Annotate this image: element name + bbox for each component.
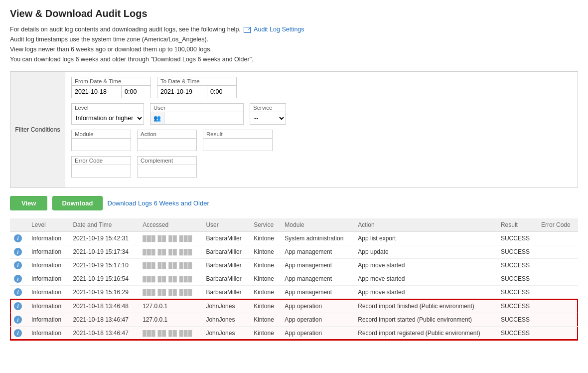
cell-user: BarbaraMiller — [202, 272, 250, 286]
cell-result: SUCCESS — [497, 299, 537, 313]
cell-accessed: ███ ██ ██ ███ — [139, 327, 202, 341]
action-label: Action — [137, 130, 197, 138]
from-time-input[interactable] — [121, 85, 151, 98]
cell-action: Record import started (Public environmen… — [354, 313, 497, 327]
cell-action: Record import registered (Public environ… — [354, 327, 497, 341]
table-row: iInformation2021-10-19 15:17:34███ ██ ██… — [10, 245, 578, 259]
cell-datetime: 2021-10-19 15:42:31 — [69, 232, 139, 245]
error-code-group: Error Code — [71, 156, 131, 178]
cell-error-code — [537, 272, 578, 286]
info-icon[interactable]: i — [14, 316, 22, 324]
cell-action: Record import finished (Public environme… — [354, 299, 497, 313]
action-buttons-row: View Download Download Logs 6 Weeks and … — [10, 196, 578, 210]
complement-label: Complement — [137, 156, 197, 165]
cell-datetime: 2021-10-18 13:46:47 — [69, 313, 139, 327]
module-group: Module — [71, 130, 131, 151]
cell-action: App move started — [354, 286, 497, 300]
level-select[interactable]: Information or higher Warning or higher … — [71, 112, 144, 125]
cell-user: BarbaraMiller — [202, 286, 250, 300]
cell-user: JohnJones — [202, 299, 250, 313]
cell-datetime: 2021-10-19 15:16:54 — [69, 272, 139, 286]
cell-accessed: ███ ██ ██ ███ — [139, 286, 202, 300]
module-action-result-row: Module Action Result — [71, 130, 572, 151]
service-select[interactable]: -- Kintone Other — [250, 112, 286, 125]
cell-level: Information — [27, 245, 69, 259]
cell-module: App operation — [281, 299, 354, 313]
action-group: Action — [137, 130, 197, 151]
cell-service: Kintone — [250, 272, 281, 286]
cell-service: Kintone — [250, 299, 281, 313]
info-icon[interactable]: i — [14, 261, 22, 269]
col-service: Service — [250, 218, 281, 232]
cell-accessed: ███ ██ ██ ███ — [139, 245, 202, 259]
cell-icon: i — [10, 259, 27, 272]
cell-accessed: ███ ██ ██ ███ — [139, 272, 202, 286]
cell-accessed: 127.0.0.1 — [139, 313, 202, 327]
info-icon[interactable]: i — [14, 288, 22, 296]
from-date-input[interactable] — [71, 85, 121, 98]
cell-error-code — [537, 245, 578, 259]
cell-module: App management — [281, 272, 354, 286]
cell-error-code — [537, 327, 578, 341]
download-older-link[interactable]: Download Logs 6 Weeks and Older — [108, 199, 209, 207]
user-group: User 👥 — [150, 103, 244, 125]
info-icon[interactable]: i — [14, 248, 22, 256]
col-icon — [10, 218, 27, 232]
cell-result: SUCCESS — [497, 286, 537, 300]
user-picker-button[interactable]: 👥 — [150, 112, 164, 125]
col-error-code: Error Code — [537, 218, 578, 232]
cell-error-code — [537, 232, 578, 245]
table-row: iInformation2021-10-18 13:46:48127.0.0.1… — [10, 299, 578, 313]
audit-log-table: Level Date and Time Accessed User Servic… — [10, 218, 578, 341]
cell-datetime: 2021-10-19 15:17:10 — [69, 259, 139, 272]
cell-service: Kintone — [250, 286, 281, 300]
col-result: Result — [497, 218, 537, 232]
info-icon[interactable]: i — [14, 234, 22, 242]
cell-level: Information — [27, 299, 69, 313]
cell-datetime: 2021-10-19 15:17:34 — [69, 245, 139, 259]
view-button[interactable]: View — [10, 196, 47, 210]
info-icon[interactable]: i — [14, 275, 22, 283]
error-code-input[interactable] — [71, 165, 131, 178]
cell-error-code — [537, 299, 578, 313]
cell-error-code — [537, 313, 578, 327]
result-group: Result — [203, 130, 273, 151]
col-accessed: Accessed — [139, 218, 202, 232]
info-icon[interactable]: i — [14, 302, 22, 310]
col-datetime: Date and Time — [69, 218, 139, 232]
cell-accessed: ███ ██ ██ ███ — [139, 259, 202, 272]
cell-level: Information — [27, 232, 69, 245]
download-button[interactable]: Download — [52, 196, 102, 210]
info-icon[interactable]: i — [14, 329, 22, 337]
to-time-input[interactable] — [207, 85, 237, 98]
cell-level: Information — [27, 259, 69, 272]
cell-icon: i — [10, 286, 27, 300]
to-date-input[interactable] — [157, 85, 207, 98]
cell-result: SUCCESS — [497, 232, 537, 245]
module-input[interactable] — [71, 138, 131, 151]
cell-level: Information — [27, 327, 69, 341]
action-input[interactable] — [137, 138, 197, 151]
col-action: Action — [354, 218, 497, 232]
user-input[interactable] — [164, 112, 244, 125]
cell-service: Kintone — [250, 232, 281, 245]
cell-result: SUCCESS — [497, 272, 537, 286]
cell-user: JohnJones — [202, 313, 250, 327]
service-label: Service — [250, 103, 286, 112]
cell-icon: i — [10, 232, 27, 245]
audit-log-settings-link[interactable]: Audit Log Settings — [254, 26, 304, 33]
cell-result: SUCCESS — [497, 327, 537, 341]
cell-icon: i — [10, 327, 27, 341]
result-input[interactable] — [203, 138, 273, 151]
table-row: iInformation2021-10-18 13:46:47127.0.0.1… — [10, 313, 578, 327]
complement-input[interactable] — [137, 165, 197, 178]
cell-user: BarbaraMiller — [202, 245, 250, 259]
cell-error-code — [537, 259, 578, 272]
cell-module: App management — [281, 286, 354, 300]
table-row: iInformation2021-10-18 13:46:47███ ██ ██… — [10, 327, 578, 341]
filter-conditions-panel: Filter Conditions From Date & Time To Da… — [10, 71, 578, 188]
datetime-row: From Date & Time To Date & Time — [71, 77, 572, 98]
cell-datetime: 2021-10-18 13:46:48 — [69, 299, 139, 313]
table-header-row: Level Date and Time Accessed User Servic… — [10, 218, 578, 232]
col-user: User — [202, 218, 250, 232]
